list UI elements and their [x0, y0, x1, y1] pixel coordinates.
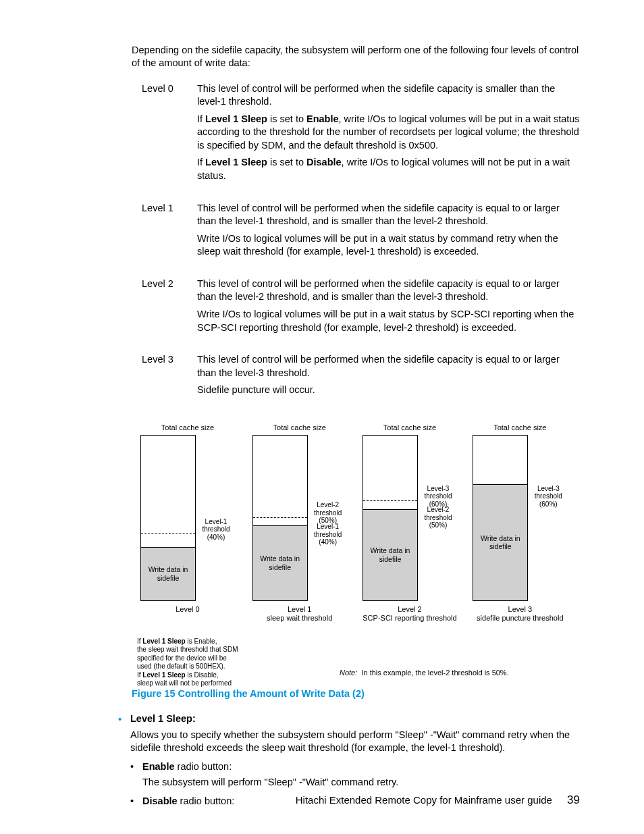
figure-caption: Figure 15 Controlling the Amount of Writ…: [132, 687, 580, 701]
level-label: Level 1: [142, 202, 197, 278]
diagram-foot-level0: If Level 1 Sleep is Enable, the sleep wa…: [137, 637, 238, 688]
diagram-col-level1: Total cache size Write data in sidefile …: [250, 423, 348, 688]
level-label: Level 0: [142, 82, 197, 202]
diagram-col-level3: Total cache size Write data in sidefile …: [471, 423, 569, 688]
diagram-col-level2: Total cache size Write data in sidefile …: [360, 423, 458, 688]
level-description: This level of control will be performed …: [197, 353, 580, 416]
figure-diagram: Total cache size Write data in sidefile …: [137, 423, 569, 678]
diagram-col-level0: Total cache size Write data in sidefile …: [137, 423, 238, 688]
intro-paragraph: Depending on the sidefile capacity, the …: [132, 44, 580, 70]
levels-table: Level 0This level of control will be per…: [142, 82, 580, 416]
diagram-top-label: Total cache size: [161, 423, 214, 432]
footer-title: Hitachi Extended Remote Copy for Mainfra…: [296, 794, 552, 806]
diagram-box: Write data in sidefile: [140, 435, 196, 601]
level-description: This level of control will be performed …: [197, 278, 580, 353]
level-description: This level of control will be performed …: [197, 82, 580, 202]
level-description: This level of control will be performed …: [197, 202, 580, 278]
level-label: Level 3: [142, 353, 197, 416]
level-label: Level 2: [142, 278, 197, 353]
list-item-enable: Enable radio button: The subsystem will …: [130, 760, 580, 789]
page-number: 39: [567, 793, 580, 806]
page-footer: Hitachi Extended Remote Copy for Mainfra…: [0, 793, 644, 808]
